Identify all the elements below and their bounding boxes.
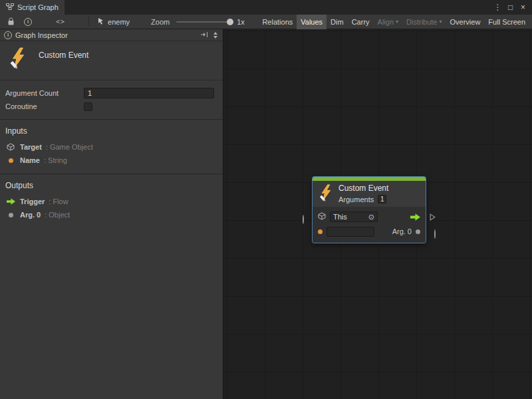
custom-event-icon [318, 184, 334, 203]
node-header-text: Custom Event Arguments 1 [338, 184, 388, 203]
argument-count-row: Argument Count [0, 86, 223, 100]
io-row-name: Name : String [0, 154, 223, 167]
custom-event-icon [8, 47, 28, 71]
argument-count-label: Argument Count [5, 89, 84, 97]
target-input-port[interactable] [303, 215, 304, 223]
toolbar-button-group: Relations Values Dim Carry Align ▾ Distr… [258, 15, 529, 29]
tab-script-graph[interactable]: Script Graph [0, 0, 65, 15]
object-port-icon[interactable] [416, 229, 420, 234]
cube-icon [318, 212, 326, 221]
graph-inspector-panel: i Graph Inspector Custom Event Argument … [0, 29, 223, 399]
inspector-title: Graph Inspector [15, 31, 68, 39]
coroutine-checkbox[interactable] [84, 102, 92, 111]
close-icon[interactable]: × [518, 3, 528, 12]
align-dropdown-button[interactable]: Align ▾ [374, 15, 402, 29]
full-screen-button[interactable]: Full Screen [484, 15, 529, 29]
string-port-icon[interactable] [318, 229, 323, 234]
orange-dot [9, 158, 13, 163]
distribute-dropdown-button[interactable]: Distribute ▾ [402, 15, 446, 29]
relations-button[interactable]: Relations [258, 15, 297, 29]
graph-icon [6, 3, 14, 12]
arguments-count-field[interactable]: 1 [378, 195, 386, 203]
arguments-label: Arguments [338, 196, 374, 203]
flow-arrow-icon [5, 198, 16, 205]
trigger-output-port[interactable] [430, 213, 436, 222]
inspector-header: i Graph Inspector [0, 29, 223, 41]
flow-arrow-icon [410, 213, 420, 221]
zoom-label: Zoom [151, 18, 170, 26]
dim-button[interactable]: Dim [327, 15, 348, 29]
io-row-target: Target : Game Object [0, 140, 223, 154]
code-icon[interactable]: <> [51, 15, 70, 29]
graph-reference-breadcrumb[interactable]: enemy [95, 17, 132, 27]
window-tab-bar: Script Graph ⋮ □ × [0, 0, 532, 15]
graph-toolbar: i <> enemy Zoom 1x Relations Values Dim … [0, 15, 532, 29]
outputs-heading: Outputs [0, 176, 223, 195]
node-subtitle: Arguments 1 [338, 195, 388, 203]
node-row-target: This ⊙ [313, 209, 426, 224]
coroutine-label: Coroutine [5, 102, 84, 110]
dock-icon[interactable] [200, 31, 209, 39]
outputs-section: Outputs Trigger : Flow Arg. 0 : Object [0, 174, 223, 228]
zoom-value: 1x [237, 18, 245, 26]
target-dropdown[interactable]: This ⊙ [330, 211, 378, 222]
coroutine-row: Coroutine [0, 100, 223, 113]
name-input-field[interactable] [327, 227, 374, 237]
arg0-label: Arg. 0 [392, 227, 412, 235]
zoom-slider-track [176, 21, 233, 23]
port-circle-icon [303, 215, 304, 224]
string-port-icon [5, 158, 16, 163]
scroll-arrows-icon[interactable] [212, 32, 219, 39]
cube-icon [5, 143, 16, 151]
pointer-icon [98, 17, 104, 27]
node-title: Custom Event [338, 184, 388, 193]
io-row-trigger: Trigger : Flow [0, 195, 223, 208]
custom-event-node[interactable]: Custom Event Arguments 1 This ⊙ [313, 177, 426, 243]
node-row-arg0: Arg. 0 [313, 224, 426, 239]
carry-button[interactable]: Carry [348, 15, 374, 29]
unit-title-block: Custom Event [0, 41, 223, 80]
node-body: This ⊙ Arg. 0 [313, 207, 426, 243]
graph-name-label: enemy [108, 18, 130, 26]
object-port-icon [5, 213, 16, 217]
zoom-slider-thumb[interactable] [227, 19, 233, 25]
graph-canvas[interactable]: Custom Event Arguments 1 This ⊙ [224, 29, 532, 399]
unit-properties: Argument Count Coroutine [0, 80, 223, 119]
info-icon: i [4, 31, 12, 39]
kebab-menu-icon[interactable]: ⋮ [493, 3, 503, 12]
toolbar-separator [88, 17, 89, 27]
lock-icon[interactable] [3, 15, 19, 29]
node-header[interactable]: Custom Event Arguments 1 [313, 181, 426, 207]
window-controls: ⋮ □ × [493, 0, 532, 15]
zoom-slider[interactable] [176, 18, 233, 26]
chevron-down-icon: ▾ [396, 19, 398, 25]
io-row-arg0: Arg. 0 : Object [0, 208, 223, 221]
inputs-heading: Inputs [0, 121, 223, 140]
port-circle-icon [434, 229, 436, 239]
gray-dot [9, 213, 13, 217]
inputs-section: Inputs Target : Game Object Name : Strin… [0, 120, 223, 174]
info-icon[interactable]: i [19, 15, 37, 29]
unit-title: Custom Event [39, 51, 88, 60]
target-dropdown-value: This [333, 213, 368, 221]
argument-count-input[interactable] [84, 88, 214, 98]
chevron-down-icon: ▾ [440, 19, 442, 25]
tab-title: Script Graph [17, 3, 59, 11]
values-button[interactable]: Values [297, 15, 327, 29]
overview-button[interactable]: Overview [446, 15, 485, 29]
maximize-icon[interactable]: □ [505, 3, 515, 12]
up-arrow-icon [213, 32, 217, 35]
scope-target-icon: ⊙ [368, 213, 374, 221]
down-arrow-icon [213, 36, 217, 39]
arg0-output-port[interactable] [434, 230, 436, 238]
